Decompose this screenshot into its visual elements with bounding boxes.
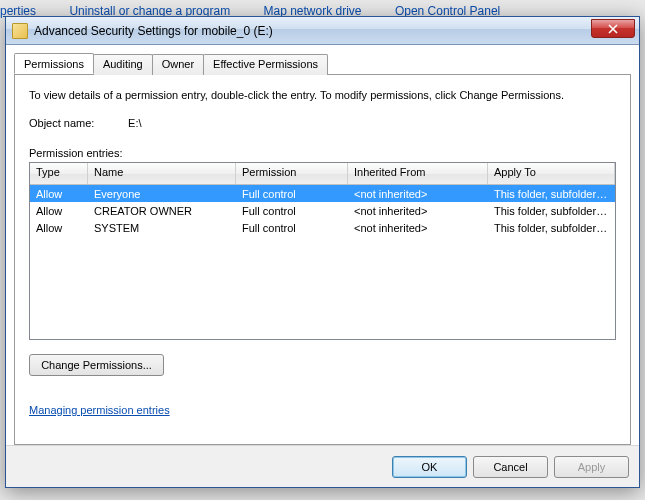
- cell: <not inherited>: [348, 204, 488, 218]
- cell: This folder, subfolders and...: [488, 221, 615, 235]
- tab-owner[interactable]: Owner: [152, 54, 204, 75]
- permission-entries-label: Permission entries:: [29, 147, 616, 159]
- apply-button[interactable]: Apply: [554, 456, 629, 478]
- instruction-text: To view details of a permission entry, d…: [29, 89, 616, 101]
- table-row[interactable]: AllowEveryoneFull control<not inherited>…: [30, 185, 615, 202]
- tab-permissions[interactable]: Permissions: [14, 53, 94, 74]
- tab-effective-permissions[interactable]: Effective Permissions: [203, 54, 328, 75]
- cancel-button[interactable]: Cancel: [473, 456, 548, 478]
- col-inherited-from[interactable]: Inherited From: [348, 163, 488, 184]
- list-header: Type Name Permission Inherited From Appl…: [30, 163, 615, 185]
- cell: This folder, subfolders and...: [488, 187, 615, 201]
- cell: Allow: [30, 221, 88, 235]
- col-apply-to[interactable]: Apply To: [488, 163, 615, 184]
- advanced-security-dialog: Advanced Security Settings for mobile_0 …: [5, 16, 640, 488]
- col-permission[interactable]: Permission: [236, 163, 348, 184]
- close-button[interactable]: [591, 19, 635, 38]
- tab-strip: Permissions Auditing Owner Effective Per…: [14, 53, 631, 74]
- tab-panel-permissions: To view details of a permission entry, d…: [14, 74, 631, 445]
- help-link-row: Managing permission entries: [29, 404, 616, 416]
- managing-permission-entries-link[interactable]: Managing permission entries: [29, 404, 170, 416]
- permission-entries-list[interactable]: Type Name Permission Inherited From Appl…: [29, 162, 616, 340]
- folder-security-icon: [12, 23, 28, 39]
- table-row[interactable]: AllowCREATOR OWNERFull control<not inher…: [30, 202, 615, 219]
- cell: Full control: [236, 204, 348, 218]
- dialog-body: Permissions Auditing Owner Effective Per…: [6, 45, 639, 445]
- object-name-label: Object name:: [29, 117, 125, 129]
- cell: <not inherited>: [348, 221, 488, 235]
- titlebar[interactable]: Advanced Security Settings for mobile_0 …: [6, 17, 639, 45]
- cell: SYSTEM: [88, 221, 236, 235]
- cell: This folder, subfolders and...: [488, 204, 615, 218]
- tab-auditing[interactable]: Auditing: [93, 54, 153, 75]
- close-icon: [608, 24, 618, 34]
- cell: CREATOR OWNER: [88, 204, 236, 218]
- cell: Full control: [236, 187, 348, 201]
- list-body: AllowEveryoneFull control<not inherited>…: [30, 185, 615, 339]
- ok-button[interactable]: OK: [392, 456, 467, 478]
- cell: Full control: [236, 221, 348, 235]
- cell: Allow: [30, 204, 88, 218]
- cell: <not inherited>: [348, 187, 488, 201]
- col-name[interactable]: Name: [88, 163, 236, 184]
- dialog-button-bar: OK Cancel Apply: [6, 445, 639, 487]
- table-row[interactable]: AllowSYSTEMFull control<not inherited>Th…: [30, 219, 615, 236]
- window-title: Advanced Security Settings for mobile_0 …: [34, 24, 273, 38]
- cell: Everyone: [88, 187, 236, 201]
- object-name-row: Object name: E:\: [29, 117, 616, 129]
- object-name-value: E:\: [128, 117, 141, 129]
- cell: Allow: [30, 187, 88, 201]
- col-type[interactable]: Type: [30, 163, 88, 184]
- change-permissions-button[interactable]: Change Permissions...: [29, 354, 164, 376]
